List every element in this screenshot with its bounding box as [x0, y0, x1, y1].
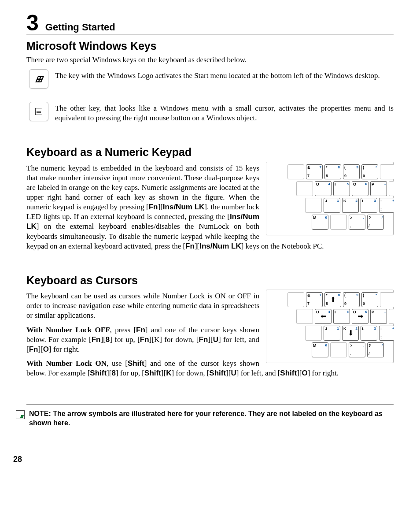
chapter-title: Getting Started: [45, 21, 115, 34]
diagram-key: [389, 309, 394, 324]
chapter-header: 3 Getting Started: [26, 13, 394, 34]
chapter-number: 3: [26, 13, 39, 33]
windows-intro: There are two special Windows keys on th…: [26, 55, 394, 65]
diagram-key: [305, 326, 322, 341]
diagram-key: [389, 181, 394, 196]
menu-key-desc: The other key, that looks like a Windows…: [55, 104, 394, 123]
diagram-key: ?//: [367, 215, 384, 230]
diagram-key: [380, 292, 394, 307]
diagram-key: P-: [370, 181, 387, 196]
separator: [26, 405, 394, 405]
cursor-diagram-inner: &77*88⬆(99)*0U4⬅I5O6➡P-J1K2⬇L3:+;M0>..?/…: [266, 290, 394, 363]
diagram-key: J1: [324, 326, 340, 341]
diagram-key: O6➡: [352, 309, 368, 324]
diagram-key: [287, 164, 304, 179]
numpad-diagram: &77*88(99)*0U4I5O6P-J1K2L3:+;M0>..?//: [266, 162, 394, 235]
diagram-key: O6: [352, 181, 368, 196]
menu-keycap: [29, 102, 48, 121]
win-logo-key-row: ⊞ The key with the Windows Logo activate…: [26, 69, 394, 89]
diagram-key: &77: [306, 164, 323, 179]
note-text: NOTE: The arrow symbols are illustrated …: [29, 409, 394, 428]
arrow-icon: ⬇: [348, 329, 354, 338]
diagram-key: [330, 342, 347, 357]
diagram-key: *88: [324, 164, 341, 179]
diagram-key: [296, 309, 313, 324]
heading-numeric-keypad: Keyboard as a Numeric Keypad: [26, 145, 394, 160]
diagram-key: [380, 164, 394, 179]
note-row: NOTE: The arrow symbols are illustrated …: [26, 409, 394, 428]
windows-logo-icon: ⊞: [34, 73, 44, 85]
diagram-key: *88⬆: [324, 292, 341, 307]
diagram-key: ?//: [367, 342, 384, 357]
windows-logo-keycap: ⊞: [29, 69, 48, 89]
diagram-key: J1: [324, 198, 340, 213]
diagram-key: K2⬇: [342, 326, 359, 341]
diagram-key: M0: [312, 342, 328, 357]
menu-key-row: The other key, that looks like a Windows…: [26, 102, 394, 127]
diagram-key: [287, 292, 304, 307]
arrow-icon: ➡: [357, 312, 363, 321]
diagram-key: >..: [349, 215, 365, 230]
diagram-key: U4: [315, 181, 332, 196]
cursor-diagram: &77*88⬆(99)*0U4⬅I5O6➡P-J1K2⬇L3:+;M0>..?/…: [266, 290, 394, 363]
diagram-key: [305, 198, 322, 213]
diagram-key: :+;: [379, 198, 394, 213]
page-number: 28: [13, 454, 394, 464]
win-logo-desc: The key with the Windows Logo activates …: [55, 71, 394, 81]
heading-keyboard-cursors: Keyboard as Cursors: [26, 273, 394, 288]
diagram-key: L3: [361, 198, 377, 213]
arrow-icon: ⬅: [321, 312, 326, 321]
diagram-key: [296, 181, 313, 196]
diagram-key: >..: [349, 342, 365, 357]
note-icon: [16, 410, 25, 419]
diagram-key: P-: [370, 309, 387, 324]
diagram-key: K2: [342, 198, 359, 213]
diagram-key: (99: [343, 164, 360, 179]
diagram-key: I5: [333, 181, 350, 196]
diagram-key: M0: [312, 215, 328, 230]
diagram-key: )*0: [361, 292, 378, 307]
diagram-key: [330, 215, 347, 230]
diagram-key: L3: [361, 326, 377, 341]
diagram-key: (99: [343, 292, 360, 307]
arrow-icon: ⬆: [330, 295, 336, 305]
diagram-key: I5: [333, 309, 350, 324]
diagram-key: :+;: [379, 326, 394, 341]
heading-windows-keys: Microsoft Windows Keys: [26, 39, 394, 53]
diagram-key: U4⬅: [315, 309, 332, 324]
diagram-key: &77: [306, 292, 323, 307]
diagram-key: )*0: [361, 164, 378, 179]
numpad-diagram-inner: &77*88(99)*0U4I5O6P-J1K2L3:+;M0>..?//: [266, 162, 394, 235]
menu-icon: [35, 108, 42, 115]
